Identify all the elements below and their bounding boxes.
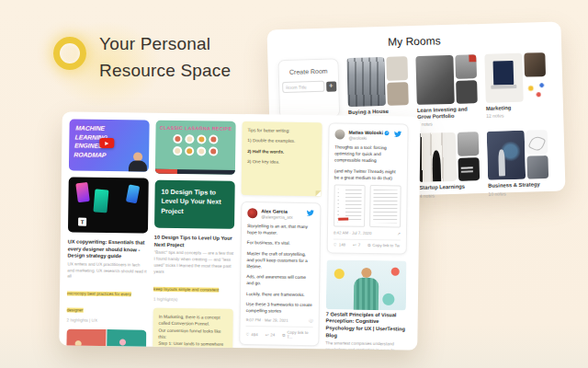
youtube-video-card[interactable]: MACHINE LEARNING ENGINEER ROADMAP <box>69 119 150 171</box>
article-title: 10 Design Tips to Level Up Your Next Pro… <box>154 235 234 249</box>
recipe-step-icon <box>209 147 218 156</box>
marketing-funnel-note[interactable]: In Marketing, there is a concept called … <box>153 307 233 350</box>
recipe-steps-grid <box>155 134 235 156</box>
video-progress-bar[interactable] <box>155 169 235 175</box>
tweet-author-handle: @woloski <box>348 136 390 142</box>
room-photo <box>526 130 548 154</box>
board-column-4: Matias Woloski ✓ @woloski Thoughts as a … <box>325 122 408 342</box>
verified-badge-icon: ✓ <box>385 131 390 135</box>
like-stat[interactable]: ♡494 <box>245 332 257 337</box>
resource-board: MACHINE LEARNING ENGINEER ROADMAP T UX c… <box>59 111 421 350</box>
room-note-count: 12 notes <box>486 111 547 119</box>
room-photo <box>525 78 547 102</box>
document-thumbnail[interactable] <box>369 185 401 227</box>
brand-header: Your Personal Resource Space <box>53 30 231 85</box>
recipe-step-icon <box>173 134 182 144</box>
tweet-paragraph: Ads, and awareness will come and go. <box>246 273 313 287</box>
room-collage <box>346 56 408 107</box>
reply-count: 7 <box>358 243 361 247</box>
youtube-play-icon[interactable] <box>99 138 114 148</box>
design-article-caption[interactable]: 10 Design Tips to Level Up Your Next Pro… <box>153 235 234 303</box>
room-photo <box>346 57 385 107</box>
note-line: 2) Half the words. <box>247 148 316 155</box>
lasagna-recipe-card[interactable]: CLASSIC LASAGNA RECIPE <box>155 121 236 175</box>
ux-article-image[interactable]: T <box>68 177 149 233</box>
article-highlight-row: microcopy best practices for every desig… <box>67 282 147 316</box>
room-collage <box>418 132 480 183</box>
page-title: Your Personal Resource Space <box>99 30 231 85</box>
tweet-header: Alex Garcia @alexgarcia_atx <box>247 208 314 220</box>
person-torso <box>354 278 379 311</box>
publication-logo: T <box>78 218 86 226</box>
note-line: 1) Double the examples. <box>247 138 316 145</box>
writing-tips-note[interactable]: Tips for better writing: 1) Double the e… <box>242 121 322 196</box>
presenter-photo <box>129 152 147 171</box>
create-room-label: Create Room <box>289 68 328 75</box>
video-progress-fill <box>155 169 177 174</box>
reply-icon: ↩ <box>266 332 269 337</box>
board-column-1: MACHINE LEARNING ENGINEER ROADMAP T UX c… <box>66 119 149 339</box>
note-line: 3) One key idea. <box>247 158 316 166</box>
play-triangle-icon <box>105 141 108 144</box>
food-comparison-image[interactable] <box>66 329 147 351</box>
document-thumbnail[interactable] <box>334 184 366 226</box>
tweet-paragraph: (and why Twitter Threads might be a grea… <box>334 167 401 181</box>
add-room-button[interactable]: + <box>326 81 336 91</box>
copy-link-action[interactable]: ⧉Copy link to T... <box>282 330 312 339</box>
note-text: In Marketing, there is a concept called … <box>158 313 228 350</box>
room-photo <box>455 54 477 78</box>
article-highlight-row: keep layouts simple and consistent <box>153 277 233 294</box>
room-tile-startup-learnings[interactable]: Startup Learnings 4 notes <box>418 132 481 199</box>
room-photo <box>418 132 457 182</box>
presenter-body <box>129 160 147 171</box>
tweet-header: Matias Woloski ✓ @woloski <box>334 129 401 141</box>
room-note-count: 10 notes <box>488 190 548 197</box>
article-meta: 1 highlight(s) <box>153 296 233 302</box>
like-count: 494 <box>251 332 257 337</box>
reply-stat[interactable]: ↩7 <box>353 243 360 247</box>
link-icon: ⧉ <box>368 243 370 247</box>
room-photo <box>456 80 478 104</box>
poster-graphic <box>93 189 108 213</box>
reply-icon: ↩ <box>353 243 356 247</box>
twitter-icon <box>393 130 401 138</box>
room-photo <box>457 132 479 156</box>
room-note-count: 4 notes <box>420 191 481 199</box>
room-photo <box>526 155 548 179</box>
article-snippet: "Basic" tips and concepts — are a few th… <box>153 250 233 277</box>
article-highlight: microcopy best practices for every desig… <box>67 292 131 313</box>
reply-stat[interactable]: ↩24 <box>266 332 276 337</box>
tweet-paragraph: Storytelling is an art, that many hope t… <box>247 223 314 236</box>
person-head <box>361 268 371 278</box>
tweet-card-matias-woloski[interactable]: Matias Woloski ✓ @woloski Thoughts as a … <box>327 122 409 254</box>
gestalt-article[interactable]: 7 Gestalt Principles of Visual Perceptio… <box>324 259 406 350</box>
tweet-card-alex-garcia[interactable]: Alex Garcia @alexgarcia_atx Storytelling… <box>239 201 321 346</box>
room-title-input[interactable] <box>282 81 324 93</box>
gestalt-article-photo <box>326 259 407 310</box>
share-icon: ↗ <box>397 231 401 236</box>
tweet-author-name: Alex Garcia <box>261 208 302 214</box>
room-photo <box>386 56 408 80</box>
room-tile-learn-investing[interactable]: Learn Investing and Grow Portfolio 7 not… <box>415 54 478 127</box>
copy-link-label: Copy link to Tw <box>372 243 400 247</box>
poster-graphic <box>75 182 90 202</box>
room-collage <box>415 54 477 105</box>
tweet-author: Alex Garcia @alexgarcia_atx <box>261 208 302 220</box>
page-title-line2: Resource Space <box>99 57 231 84</box>
copy-link-action[interactable]: ⧉Copy link to Tw <box>368 243 400 247</box>
ux-article-caption[interactable]: UX copywriting: Essentials that every de… <box>67 238 148 324</box>
design-tips-cover-text: 10 Design Tips to Level Up Your Next Pro… <box>161 188 221 215</box>
like-stat[interactable]: ♡148 <box>334 242 345 247</box>
room-tile-marketing[interactable]: Marketing 12 notes <box>484 52 547 125</box>
tweet-paragraph: Thoughts as a tool: forcing optimizing f… <box>334 144 401 165</box>
tweet-paragraph: Luckily, there are frameworks. <box>246 291 313 298</box>
room-photo <box>524 52 546 76</box>
heart-icon: ♡ <box>245 332 249 337</box>
room-collage <box>487 130 548 180</box>
tweet-timestamp: 8:42 AM · Jul 7, 2020 <box>334 230 372 236</box>
article-title: 7 Gestalt Principles of Visual Perceptio… <box>325 311 405 339</box>
room-tile-business-strategy[interactable]: Business & Strategy 10 notes <box>487 130 549 196</box>
create-room-card[interactable]: Create Room + <box>277 58 340 119</box>
create-room-row: + <box>282 80 336 93</box>
design-tips-cover-card[interactable]: 10 Design Tips to Level Up Your Next Pro… <box>154 180 235 229</box>
